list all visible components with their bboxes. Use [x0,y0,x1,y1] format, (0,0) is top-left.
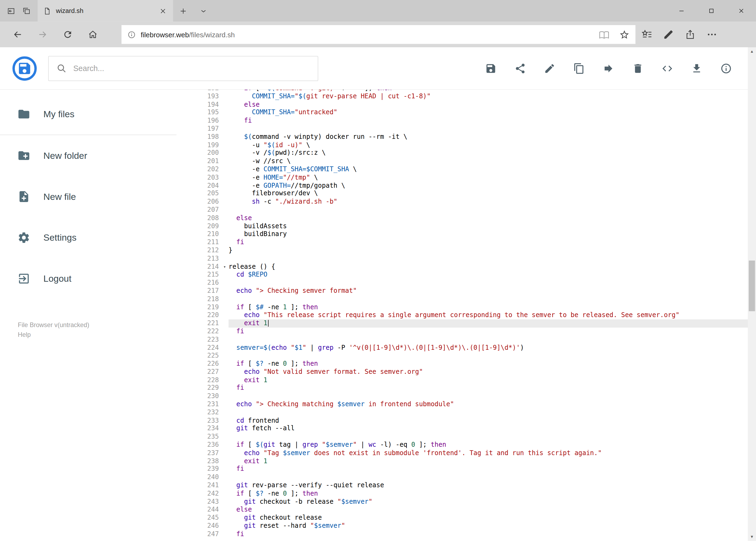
help-link[interactable]: Help [18,330,189,340]
sidebar-item-my-files[interactable]: My files [0,94,189,135]
code-line[interactable]: 225 [189,352,756,360]
search-box[interactable] [48,56,318,81]
code-line[interactable]: 206 sh -c "./wizard.sh -b" [189,198,756,206]
copy-button[interactable] [573,62,585,74]
code-line[interactable]: 210 buildBinary [189,231,756,239]
scroll-down-icon[interactable]: ▼ [748,533,756,541]
forward-button[interactable] [30,24,55,45]
code-line[interactable]: 204 -e GOPATH=//tmp/gopath \ [189,182,756,190]
edit-pencil-button[interactable] [544,62,556,74]
search-input[interactable] [74,64,310,73]
back-button[interactable] [5,24,30,45]
save-button[interactable] [485,62,497,74]
code-line[interactable]: 211 fi [189,239,756,247]
favorites-hub-icon[interactable] [641,29,652,40]
tab-close-icon[interactable] [159,6,167,15]
tabs-preview-icon[interactable] [22,6,31,15]
tab-list-chevron-icon[interactable] [193,0,213,22]
code-line[interactable]: 209 buildAssets [189,222,756,231]
code-line[interactable]: 232 [189,409,756,417]
sidebar-item-new-folder[interactable]: New folder [0,135,189,176]
window-minimize-button[interactable] [666,0,696,22]
scrollbar-thumb[interactable] [749,261,755,311]
download-button[interactable] [691,62,702,74]
code-line[interactable]: 224 semver=$(echo "$1" | grep -P '^v(0|[… [189,344,756,352]
code-line[interactable]: 229 fi [189,384,756,392]
code-line[interactable]: 213 [189,255,756,263]
code-line[interactable]: 196 fi [189,117,756,125]
reading-view-icon[interactable] [599,29,610,40]
code-line[interactable]: 236 if [ $(git tag | grep "$semver" | wc… [189,441,756,449]
code-line[interactable]: 195 COMMIT_SHA="untracked" [189,109,756,117]
code-line[interactable]: 198 $(command -v winpty) docker run --rm… [189,133,756,141]
sidebar-item-logout[interactable]: Logout [0,258,189,299]
more-ellipsis-icon[interactable] [706,29,717,40]
browser-tab[interactable]: wizard.sh [38,0,173,22]
code-line[interactable]: 202 -e COMMIT_SHA=$COMMIT_SHA \ [189,166,756,174]
code-line[interactable]: 223 [189,336,756,344]
code-line[interactable]: 240 [189,473,756,482]
code-line[interactable]: 233 cd frontend [189,417,756,425]
code-line[interactable]: 201 -w //src \ [189,158,756,166]
share-icon[interactable] [685,29,696,40]
code-line[interactable]: 230 [189,392,756,400]
code-line[interactable]: 192 if [ "$(command -v git)" != "" ]; th… [189,90,756,92]
code-line[interactable]: 234 git fetch --all [189,425,756,433]
code-line[interactable]: 228 exit 1 [189,376,756,384]
sidebar-item-settings[interactable]: Settings [0,217,189,258]
code-line[interactable]: 216 [189,279,756,287]
code-line[interactable]: 246 git reset --hard "$semver" [189,522,756,530]
code-view-button[interactable] [661,62,673,74]
delete-trash-button[interactable] [632,62,644,74]
code-line[interactable]: 197 [189,125,756,133]
code-line[interactable]: 208 else [189,214,756,222]
code-line[interactable]: 244 else [189,506,756,514]
code-line[interactable]: 239 fi [189,465,756,473]
code-line[interactable]: 238 exit 1 [189,457,756,465]
code-line[interactable]: 245 git checkout release [189,514,756,522]
add-favorite-star-icon[interactable] [619,29,630,40]
code-line[interactable]: 237 echo "Tag $semver does not exist in … [189,449,756,457]
site-info-icon[interactable] [127,30,136,39]
code-line[interactable]: 222 fi [189,327,756,336]
ink-pen-icon[interactable] [663,29,674,40]
code-line[interactable]: 214▾release () { [189,263,756,271]
sidebar-item-new-file[interactable]: New file [0,176,189,217]
new-tab-button[interactable] [173,0,193,22]
set-tabs-aside-icon[interactable] [7,6,15,15]
code-editor[interactable]: 192 if [ "$(command -v git)" != "" ]; th… [189,90,756,541]
code-line[interactable]: 218 [189,295,756,303]
page-scrollbar[interactable]: ▲ ▼ [748,47,756,541]
code-line[interactable]: 226 if [ $? -ne 0 ]; then [189,360,756,368]
code-line[interactable]: 199 -u "$(id -u)" \ [189,141,756,149]
window-maximize-button[interactable] [696,0,726,22]
code-line[interactable]: 235 [189,433,756,441]
code-line[interactable]: 220 echo "This release script requires a… [189,311,756,319]
code-line[interactable]: 231 echo "> Checking matching $semver in… [189,400,756,409]
code-line[interactable]: 219 if [ $# -ne 1 ]; then [189,303,756,311]
window-close-button[interactable] [726,0,756,22]
code-line[interactable]: 194 else [189,101,756,109]
fold-marker-icon[interactable]: ▾ [221,263,229,271]
url-field[interactable]: filebrowser.web/files/wizard.sh [122,25,635,44]
code-line[interactable]: 243 git checkout -b release "$semver" [189,498,756,506]
code-line[interactable]: 217 echo "> Checking semver format" [189,287,756,295]
code-line[interactable]: 241 git rev-parse --verify --quiet relea… [189,482,756,490]
code-line[interactable]: 221 exit 1 [189,319,756,327]
move-forward-button[interactable] [603,62,614,74]
code-line[interactable]: 227 echo "Not valid semver format. See s… [189,368,756,376]
scroll-up-icon[interactable]: ▲ [748,47,756,55]
code-line[interactable]: 215 cd $REPO [189,271,756,279]
code-line[interactable]: 207 [189,206,756,214]
info-button[interactable] [720,62,732,74]
code-line[interactable]: 247 fi [189,530,756,538]
code-line[interactable]: 200 -v /$(pwd):/src:z \ [189,149,756,158]
code-line[interactable]: 205 filebrowser/dev \ [189,190,756,198]
code-line[interactable]: 193 COMMIT_SHA="$(git rev-parse HEAD | c… [189,93,756,101]
code-line[interactable]: 212} [189,247,756,255]
code-line[interactable]: 242 if [ $? -ne 0 ]; then [189,490,756,498]
share-file-button[interactable] [514,62,526,74]
home-button[interactable] [80,24,105,45]
code-line[interactable]: 203 -e HOME="//tmp" \ [189,174,756,182]
refresh-button[interactable] [55,24,80,45]
